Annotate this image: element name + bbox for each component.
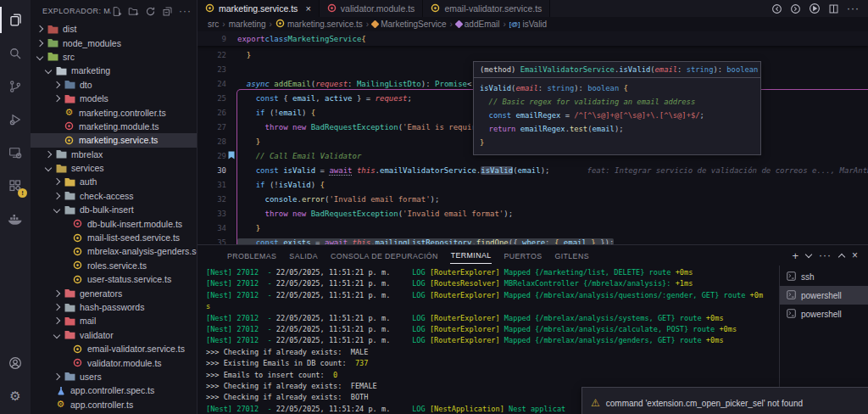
- line-number: 25: [198, 94, 237, 103]
- panel-tab-puertos[interactable]: PUERTOS: [503, 248, 542, 264]
- panel-tab-consola-de-depuraci-n[interactable]: CONSOLA DE DEPURACIÓN: [330, 248, 439, 264]
- code-line-33[interactable]: 33 throw new BadRequestException('Invali…: [198, 206, 868, 221]
- activity-extensions-icon[interactable]: !: [0, 169, 31, 202]
- terminal-list-item-powershell[interactable]: powershell: [780, 286, 868, 305]
- breadcrumb-item-marketingservice[interactable]: MarketingService: [372, 20, 446, 29]
- close-icon[interactable]: ×: [305, 4, 310, 14]
- dropdown-icon[interactable]: [806, 255, 811, 257]
- tree-item-generators[interactable]: generators: [31, 286, 197, 299]
- activity-settings-icon[interactable]: ⚙: [0, 379, 31, 412]
- activity-run-debug-icon[interactable]: [0, 103, 31, 136]
- refresh-icon[interactable]: [145, 6, 156, 17]
- tree-item-marketing[interactable]: marketing: [31, 64, 197, 77]
- panel-tab-terminal[interactable]: TERMINAL: [450, 247, 492, 264]
- line-number: 28: [198, 137, 237, 146]
- line-number: 32: [198, 195, 237, 204]
- activity-source-control-icon[interactable]: [0, 70, 31, 103]
- terminal-list-item-ssh[interactable]: ssh: [780, 267, 868, 286]
- tree-item-mbrelax-analysis-genders-serv-[interactable]: mbrelax-analysis-genders.serv...: [31, 244, 197, 258]
- more-icon[interactable]: ···: [819, 250, 832, 260]
- hover-code-line: const emailRegex = /^[^\s@]+@[^\s@]+\.[^…: [480, 109, 754, 122]
- breadcrumb-item-src[interactable]: src: [208, 20, 219, 29]
- breadcrumb-item-marketing[interactable]: marketing: [229, 20, 266, 29]
- breadcrumb-item-isvalid[interactable]: [@]isValid: [509, 20, 547, 29]
- code-line-34[interactable]: 34 }: [198, 221, 868, 235]
- chevron-right-icon: [53, 95, 60, 102]
- tree-item-app-controller-ts[interactable]: ⚙app.controller.ts: [31, 398, 197, 411]
- tree-item-users[interactable]: users: [31, 370, 197, 383]
- tree-item-dto[interactable]: dto: [31, 78, 197, 92]
- tree-item-hash-passwords[interactable]: hash-passwords: [31, 300, 197, 314]
- code-line-30[interactable]: 30 const isValid = await this.emailValid…: [198, 163, 868, 177]
- code-line-35[interactable]: 35 const exists = await this.mailingList…: [198, 235, 868, 244]
- folder-icon: [47, 38, 59, 48]
- tree-item-marketing-module-ts[interactable]: marketing.module.ts: [31, 120, 197, 133]
- sidebar-title: EXPLORADOR: MAR...: [42, 7, 111, 15]
- more-actions-icon[interactable]: ···: [179, 5, 192, 17]
- new-folder-icon[interactable]: [128, 6, 139, 17]
- tree-item-email-validator-service-ts[interactable]: email-validator.service.ts: [31, 342, 197, 355]
- tree-item-dist[interactable]: dist: [31, 22, 197, 36]
- terminal-list-item-powershell[interactable]: powershell: [780, 305, 868, 323]
- code-line-32[interactable]: 32 console.error('Invalid email format')…: [198, 192, 868, 206]
- new-terminal-icon[interactable]: +: [792, 250, 798, 261]
- activity-account-icon[interactable]: [0, 346, 31, 379]
- tree-item-models[interactable]: models: [31, 92, 197, 105]
- tree-item-mail-list-seed-service-ts[interactable]: mail-list-seed.service.ts: [31, 231, 197, 244]
- tree-item-roles-service-ts[interactable]: roles.service.ts: [31, 259, 197, 272]
- code-editor[interactable]: 9export class MarketingService { 22 }232…: [198, 31, 868, 244]
- panel-tab-problemas[interactable]: PROBLEMAS: [226, 248, 277, 264]
- tree-item-marketing-service-ts[interactable]: marketing.service.ts: [31, 133, 197, 147]
- activity-search-icon[interactable]: [0, 36, 31, 70]
- terminal-line: [Nest] 27012 - 22/05/2025, 11:51:21 p. m…: [206, 268, 779, 279]
- new-file-icon[interactable]: [111, 6, 122, 17]
- run-icon[interactable]: [809, 3, 821, 14]
- tree-item-validator[interactable]: validator: [31, 328, 197, 342]
- collapse-all-icon[interactable]: [162, 6, 173, 17]
- tree-item-marketing-controller-ts[interactable]: ⚙marketing.controller.ts: [31, 105, 197, 119]
- tree-item-auth[interactable]: auth: [31, 175, 197, 188]
- code-text: // Call Email Validator: [237, 152, 361, 160]
- breadcrumb-item-addemail[interactable]: addEmail: [456, 20, 500, 29]
- code-line-22[interactable]: 22 }: [198, 48, 868, 62]
- tree-item-mail[interactable]: mail: [31, 314, 197, 327]
- chevron-down-icon: [45, 67, 52, 74]
- nav-forward-icon[interactable]: [790, 3, 801, 14]
- tab-validator-module-ts[interactable]: validator.module.ts: [320, 0, 424, 17]
- nav-back-icon[interactable]: [771, 3, 782, 14]
- terminal-icon: [787, 290, 796, 301]
- activity-docker-icon[interactable]: [0, 202, 31, 235]
- breadcrumb-label: isValid: [522, 20, 547, 29]
- tree-item-label: mail-list-seed.service.ts: [87, 232, 180, 243]
- hover-signature: (method) EmailValidatorService.isValid(e…: [474, 62, 760, 78]
- split-editor-icon[interactable]: [828, 3, 839, 14]
- tree-item-node-modules[interactable]: node_modules: [31, 36, 197, 49]
- tree-item-db-bulk-insert-module-ts[interactable]: db-bulk-insert.module.ts: [31, 216, 197, 230]
- chevron-down-icon: [36, 53, 43, 60]
- tab-email-validator-service-ts[interactable]: email-validator.service.ts: [423, 0, 550, 17]
- tree-item-mbrelax[interactable]: mbrelax: [31, 148, 197, 161]
- warning-icon: ⚠: [591, 397, 600, 409]
- tree-item-src[interactable]: src: [31, 50, 197, 64]
- file-icon: [63, 136, 75, 145]
- more-icon[interactable]: ···: [847, 3, 860, 14]
- terminal-line: >>> Checking if already exists: MALE: [206, 348, 779, 359]
- tree-item-app-controller-spec-ts[interactable]: app.controller.spec.ts: [31, 383, 197, 397]
- close-icon[interactable]: ×: [852, 250, 858, 260]
- activity-remote-explorer-icon[interactable]: [0, 136, 31, 169]
- tree-item-services[interactable]: services: [31, 161, 197, 175]
- maximize-icon[interactable]: [839, 252, 844, 260]
- tree-item-check-access[interactable]: check-access: [31, 189, 197, 203]
- breadcrumb-label: MarketingService: [381, 20, 446, 29]
- breadcrumb-item-marketing-service-ts[interactable]: marketing.service.ts: [275, 19, 363, 30]
- panel-tab-gitlens[interactable]: GITLENS: [554, 248, 589, 264]
- notification-toast[interactable]: ⚠ command 'extension.cm_open_picker_sel'…: [581, 387, 868, 414]
- tree-item-db-bulk-insert[interactable]: db-bulk-insert: [31, 203, 197, 216]
- tab-marketing-service-ts[interactable]: marketing.service.ts×: [198, 0, 320, 17]
- tree-item-user-status-service-ts[interactable]: user-status.service.ts: [31, 272, 197, 286]
- activity-explorer-icon[interactable]: [0, 3, 31, 36]
- code-line-31[interactable]: 31 if (!isValid) {: [198, 177, 868, 192]
- tree-item-validator-module-ts[interactable]: validator.module.ts: [31, 355, 197, 369]
- panel-tab-salida[interactable]: SALIDA: [288, 248, 319, 264]
- chevron-right-icon: [53, 193, 60, 199]
